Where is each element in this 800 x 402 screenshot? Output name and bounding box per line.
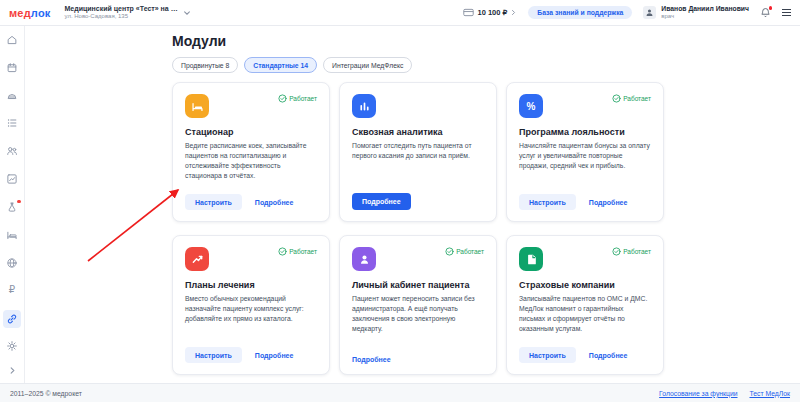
module-card-insurance: Работает Страховые компании Записывайте … <box>506 235 664 375</box>
module-description: Пациент может переносить записи без адми… <box>352 294 484 333</box>
sidebar-item-analytics[interactable] <box>4 171 21 187</box>
user-role: врач <box>661 13 749 20</box>
sidebar-item-dental[interactable] <box>4 88 21 104</box>
module-card-analytics: Сквозная аналитика Помогает отследить пу… <box>339 82 497 222</box>
trending-up-icon <box>185 247 209 271</box>
checklist-icon <box>6 117 18 129</box>
bed-icon <box>185 94 209 118</box>
logo-part-2: лок <box>31 7 51 19</box>
menu-burger-icon[interactable] <box>782 9 791 17</box>
avatar <box>643 6 656 19</box>
balance-amount: 10 100 ₽ <box>477 8 507 17</box>
check-circle-icon <box>612 247 621 256</box>
details-link[interactable]: Подробнее <box>255 352 294 359</box>
module-title: Сквозная аналитика <box>352 127 484 137</box>
sidebar-item-payments[interactable]: ₽ <box>4 282 21 298</box>
configure-button[interactable]: Настроить <box>185 347 242 363</box>
sidebar-item-patients[interactable] <box>4 143 21 159</box>
page-title: Модули <box>172 33 666 49</box>
notifications-bell-icon[interactable] <box>760 7 771 18</box>
sidebar-item-lab[interactable] <box>4 199 21 215</box>
sidebar: ₽ <box>0 26 25 383</box>
top-bar: медлок Медицинский центр «Тест» на … ул.… <box>0 0 800 26</box>
status-badge: Работает <box>612 94 651 103</box>
module-title: Программа лояльности <box>519 127 651 137</box>
patients-icon <box>6 145 18 157</box>
module-card-treatment-plans: Работает Планы лечения Вместо обычных ре… <box>172 235 330 375</box>
sidebar-collapse-chevron[interactable] <box>8 366 17 375</box>
modules-link-icon <box>6 313 18 325</box>
bar-chart-icon <box>352 94 376 118</box>
module-description: Ведите расписание коек, записывайте паци… <box>185 141 317 180</box>
status-badge: Работает <box>278 94 317 103</box>
module-description: Начисляйте пациентам бонусы за оплату ус… <box>519 141 651 171</box>
module-description: Вместо обычных рекомендаций назначайте п… <box>185 294 317 324</box>
clinic-name: Медицинский центр «Тест» на … <box>65 5 178 14</box>
logo-part-1: мед <box>9 7 31 19</box>
status-badge: Работает <box>278 247 317 256</box>
gear-icon <box>6 340 18 352</box>
vote-for-features-link[interactable]: Голосование за функции <box>659 390 737 397</box>
module-description: Записывайте пациентов по ОМС и ДМС. МедЛ… <box>519 294 651 333</box>
module-title: Стационар <box>185 127 317 137</box>
details-link[interactable]: Подробнее <box>352 356 391 363</box>
modules-grid: Работает Стационар Ведите расписание кое… <box>172 82 666 375</box>
configure-button[interactable]: Настроить <box>519 194 576 210</box>
details-link[interactable]: Подробнее <box>589 199 628 206</box>
configure-button[interactable]: Настроить <box>185 194 242 210</box>
percent-icon: % <box>519 94 543 118</box>
module-filter-tabs: Продвинутые 8 Стандартные 14 Интеграции … <box>172 57 666 73</box>
app-logo[interactable]: медлок <box>9 7 51 19</box>
details-link[interactable]: Подробнее <box>589 352 628 359</box>
module-description: Помогает отследить путь пациента от перв… <box>352 141 484 161</box>
status-badge: Работает <box>612 247 651 256</box>
tab-medflex-integrations[interactable]: Интеграции МедФлекс <box>323 57 412 73</box>
sidebar-item-tasks[interactable] <box>4 115 21 131</box>
dental-icon <box>6 90 18 102</box>
module-title: Планы лечения <box>185 280 317 290</box>
chevron-right-icon <box>8 366 17 375</box>
ruble-icon: ₽ <box>9 285 15 295</box>
user-menu[interactable]: Иванов Даниил Иванович врач <box>643 5 749 21</box>
hospital-bed-icon <box>6 229 18 241</box>
sidebar-item-modules[interactable] <box>3 310 21 328</box>
sidebar-item-home[interactable] <box>4 32 21 48</box>
module-title: Личный кабинет пациента <box>352 280 484 290</box>
globe-icon <box>6 257 18 269</box>
module-card-loyalty: % Работает Программа лояльности Начисляй… <box>506 82 664 222</box>
home-icon <box>6 34 18 46</box>
person-icon <box>352 247 376 271</box>
user-name: Иванов Даниил Иванович <box>661 5 749 13</box>
configure-button[interactable]: Настроить <box>519 347 576 363</box>
chevron-down-icon <box>183 9 191 17</box>
check-circle-icon <box>612 94 621 103</box>
clinic-selector[interactable]: Медицинский центр «Тест» на … ул. Ново-С… <box>65 5 191 21</box>
details-button[interactable]: Подробнее <box>352 193 411 210</box>
sidebar-item-schedule[interactable] <box>4 60 21 76</box>
check-circle-icon <box>445 247 454 256</box>
details-link[interactable]: Подробнее <box>255 199 294 206</box>
status-badge: Работает <box>445 247 484 256</box>
module-card-stacionar: Работает Стационар Ведите расписание кое… <box>172 82 330 222</box>
knowledge-base-button[interactable]: База знаний и поддержка <box>528 6 632 19</box>
sidebar-item-settings[interactable] <box>4 338 21 354</box>
check-circle-icon <box>278 94 287 103</box>
check-circle-icon <box>278 247 287 256</box>
module-title: Страховые компании <box>519 280 651 290</box>
tab-advanced[interactable]: Продвинутые 8 <box>172 57 238 73</box>
document-icon <box>519 247 543 271</box>
lab-alert-dot <box>17 200 20 203</box>
line-chart-icon <box>6 173 18 185</box>
copyright: 2011–2025 © медрокет <box>10 390 82 397</box>
clinic-address: ул. Ново-Садовая, 135 <box>65 13 178 20</box>
sidebar-item-online[interactable] <box>4 255 21 271</box>
footer: 2011–2025 © медрокет Голосование за функ… <box>0 383 800 402</box>
notification-dot <box>769 6 773 10</box>
main-content: Модули Продвинутые 8 Стандартные 14 Инте… <box>25 26 800 383</box>
chevron-right-icon <box>510 9 517 16</box>
balance-widget[interactable]: 10 100 ₽ <box>463 8 517 17</box>
sidebar-item-hospital[interactable] <box>4 227 21 243</box>
test-medlok-link[interactable]: Тест МедЛок <box>750 390 791 397</box>
lab-flask-icon <box>6 201 18 213</box>
tab-standard[interactable]: Стандартные 14 <box>244 57 317 73</box>
